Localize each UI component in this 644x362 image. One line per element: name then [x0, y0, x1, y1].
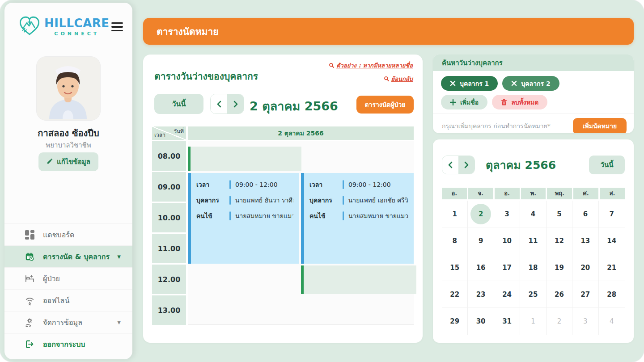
calendar-day-18[interactable]: 18 [520, 254, 546, 281]
next-month-button[interactable] [458, 156, 475, 174]
sidebar-item-logout[interactable]: ออกจากระบบ [4, 333, 132, 355]
calendar-day-16[interactable]: 16 [468, 254, 494, 281]
schedule-today-button[interactable]: วันนี้ [154, 94, 203, 114]
calendar-day-2[interactable]: 2 [468, 201, 494, 227]
calendar-day-30[interactable]: 30 [468, 308, 494, 335]
chip-บุคลากร-1[interactable]: บุคลากร 1 [441, 76, 498, 91]
field-divider [343, 180, 344, 189]
appointment-field: คนไข้นายสมหมาย ขายแมว [196, 211, 293, 220]
sidebar-item-offline[interactable]: ออฟไลน์ [4, 289, 132, 311]
month-calendar-card: ตุลาคม 2566 วันนี้ อ.จ.อ.พ.พฤ.ศ.ส. 12345… [433, 139, 634, 343]
calendar-nav: ตุลาคม 2566 วันนี้ [442, 156, 625, 174]
appointment-card-1[interactable]: เวลา09:00 - 12:00บุคลากรนายแพทย์ ธันวา ร… [188, 173, 299, 264]
calendar-day-14[interactable]: 14 [599, 227, 625, 254]
calendar-day-5[interactable]: 5 [547, 201, 572, 227]
chip-label: เพิ่มชื่อ [460, 97, 479, 107]
weekday-label: อ. [495, 188, 520, 199]
sidebar-item-label: แดชบอร์ด [43, 229, 74, 240]
calendar-day-17[interactable]: 17 [494, 254, 520, 281]
appointment-card-2[interactable]: เวลา09:00 - 12:00บุคลากรนายแพทย์ เอกชัย … [301, 173, 414, 264]
availability-title: ตารางวันว่างของบุคลากร [154, 69, 258, 84]
prev-day-button[interactable] [211, 94, 227, 114]
plus-icon[interactable] [450, 99, 456, 105]
chip-เพิ่มชื่อ[interactable]: เพิ่มชื่อ [441, 95, 487, 109]
back-link[interactable]: ย้อนกลับ [329, 74, 413, 84]
sidebar: HILLCARE CONNECT กาสลอง ซ้องปีบ พยาบาลวิ… [4, 3, 132, 359]
calendar-day-3[interactable]: 3 [494, 201, 520, 227]
calendar-day-4-next-month[interactable]: 4 [599, 308, 625, 335]
weekday-label: อ. [442, 188, 467, 199]
availability-block-noon [301, 265, 416, 294]
prev-month-button[interactable] [442, 156, 458, 174]
calendar-day-12[interactable]: 12 [547, 227, 572, 254]
weekday-label: พฤ. [547, 188, 572, 199]
calendar-day-4[interactable]: 4 [520, 201, 546, 227]
field-label: บุคลากร [196, 196, 229, 205]
calendar-day-29[interactable]: 29 [442, 308, 468, 335]
calendar-day-20[interactable]: 20 [572, 254, 598, 281]
close-icon[interactable] [450, 80, 456, 86]
appointment-field: คนไข้นายสมหมาย ขายแมว [309, 211, 408, 220]
calendar-day-11[interactable]: 11 [520, 227, 546, 254]
search-footer: กรุณาเพิ่มบุคลากร ก่อนทำการนัดหมาย* เพิ่… [433, 114, 634, 133]
edit-profile-button[interactable]: แก้ไขข้อมูล [38, 152, 98, 171]
hillcare-heart-logo-icon [18, 15, 41, 38]
next-day-button[interactable] [227, 94, 244, 114]
add-appointment-button[interactable]: เพิ่มนัดหมาย [573, 118, 627, 134]
calendar-day-1-next-month[interactable]: 1 [520, 308, 546, 335]
calendar-day-31[interactable]: 31 [494, 308, 520, 335]
field-label: เวลา [309, 180, 343, 189]
field-label: เวลา [196, 180, 229, 189]
field-value: นายสมหมาย ขายแมว [348, 211, 408, 220]
example-link[interactable]: ตัวอย่าง : หากมีหลายหลายชื่อ [329, 61, 413, 70]
calendar-day-8[interactable]: 8 [442, 227, 468, 254]
sidebar-item-patients[interactable]: ผู้ป่วย [4, 267, 132, 289]
patient-schedule-button[interactable]: ตารางนัดผู้ป่วย [356, 96, 414, 114]
calendar-day-9[interactable]: 9 [468, 227, 494, 254]
calendar-day-2-next-month[interactable]: 2 [547, 308, 572, 335]
trash-icon[interactable] [501, 99, 507, 105]
calendar-day-26[interactable]: 26 [547, 281, 572, 308]
chip-ลบทั้งหมด[interactable]: ลบทั้งหมด [492, 95, 547, 109]
calendar-today-button[interactable]: วันนี้ [589, 156, 625, 174]
hamburger-menu-icon[interactable] [110, 21, 125, 34]
calendar-day-27[interactable]: 27 [572, 281, 598, 308]
sidebar-item-label: ผู้ป่วย [43, 273, 60, 284]
field-label: คนไข้ [196, 211, 229, 220]
calendar-day-19[interactable]: 19 [547, 254, 572, 281]
calendar-day-1[interactable]: 1 [442, 201, 468, 227]
sidebar-item-data-management[interactable]: จัดการข้อมูล▼ [4, 311, 132, 333]
calendar-day-23[interactable]: 23 [468, 281, 494, 308]
calendar-day-21[interactable]: 21 [599, 254, 625, 281]
selected-day-highlight: 2 [470, 204, 491, 224]
chip-บุคลากร-2[interactable]: บุคลากร 2 [502, 76, 559, 91]
field-divider [229, 211, 231, 220]
calendar-day-22[interactable]: 22 [442, 281, 468, 308]
calendar-day-6[interactable]: 6 [572, 201, 598, 227]
staff-availability-card: ตารางวันว่างของบุคลากร ตัวอย่าง : หากมีห… [143, 55, 423, 343]
profile-name: กาสลอง ซ้องปีบ [4, 126, 132, 140]
sidebar-item-appointments[interactable]: ตารางนัด & บุคลากร▼ [4, 245, 132, 267]
calendar-day-3-next-month[interactable]: 3 [572, 308, 598, 335]
sidebar-item-dashboard[interactable]: แดชบอร์ด [4, 223, 132, 245]
calendar-day-28[interactable]: 28 [599, 281, 625, 308]
calendar-day-7[interactable]: 7 [599, 201, 625, 227]
calendar-day-25[interactable]: 25 [520, 281, 546, 308]
calendar-day-13[interactable]: 13 [572, 227, 598, 254]
calendar-clock-icon [24, 252, 35, 261]
appointment-field: บุคลากรนายแพทย์ ธันวา ราศีธนู [196, 196, 293, 205]
weekday-label: ส. [600, 188, 625, 199]
current-date-label: 2 ตุลาคม 2566 [250, 97, 338, 116]
chip-label: บุคลากร 2 [521, 79, 550, 88]
calendar-day-10[interactable]: 10 [494, 227, 520, 254]
edit-profile-label: แก้ไขข้อมูล [57, 156, 90, 167]
field-divider [343, 211, 344, 220]
close-icon[interactable] [511, 80, 517, 86]
calendar-day-15[interactable]: 15 [442, 254, 468, 281]
chip-label: ลบทั้งหมด [511, 97, 538, 107]
page-header: ตารางนัดหมาย [143, 18, 634, 45]
field-divider [343, 196, 344, 205]
field-label: คนไข้ [309, 211, 343, 220]
calendar-day-24[interactable]: 24 [494, 281, 520, 308]
staff-search-card: ค้นหาวันว่างบุคลากร บุคลากร 1บุคลากร 2 เ… [433, 55, 634, 133]
